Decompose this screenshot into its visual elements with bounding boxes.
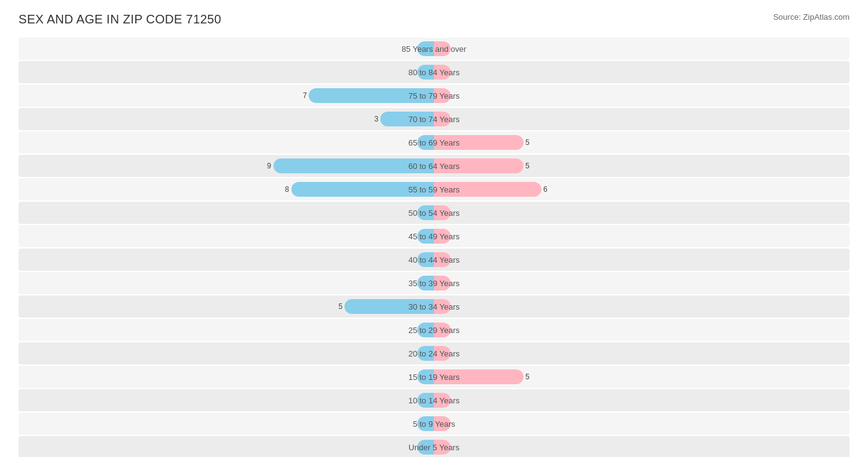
right-section: 0 <box>434 84 849 107</box>
bar-row: 960 to 64 Years5 <box>19 155 849 177</box>
male-bar <box>417 416 434 431</box>
bar-row: 775 to 79 Years0 <box>19 84 849 107</box>
right-section: 0 <box>434 225 849 247</box>
male-bar <box>291 182 435 197</box>
bar-row: 035 to 39 Years0 <box>19 272 849 294</box>
female-value: 6 <box>543 185 548 194</box>
bar-row: 045 to 49 Years0 <box>19 225 849 247</box>
male-bar <box>417 323 434 337</box>
bar-row: 855 to 59 Years6 <box>19 178 849 200</box>
left-section: 0 <box>19 249 434 271</box>
bar-row: 0Under 5 Years0 <box>19 436 849 457</box>
male-bar <box>417 41 434 56</box>
female-value: 5 <box>525 373 530 381</box>
male-bar <box>417 135 434 150</box>
female-bar <box>434 88 451 103</box>
right-section: 0 <box>434 319 849 341</box>
male-value: 7 <box>303 91 307 100</box>
bar-row: 010 to 14 Years0 <box>19 389 849 411</box>
bar-row: 050 to 54 Years0 <box>19 202 849 224</box>
left-section: 8 <box>19 178 434 200</box>
right-section: 5 <box>434 366 849 388</box>
male-bar <box>417 276 434 290</box>
male-bar <box>417 65 434 80</box>
bar-row: 080 to 84 Years0 <box>19 61 849 83</box>
male-bar <box>417 229 434 244</box>
right-section: 0 <box>434 61 849 83</box>
female-bar <box>434 323 451 337</box>
female-bar <box>434 440 451 455</box>
right-section: 0 <box>434 272 849 294</box>
female-bar <box>434 252 451 267</box>
chart-title: SEX AND AGE IN ZIP CODE 71250 <box>19 12 221 27</box>
male-bar <box>380 112 434 126</box>
chart-header: SEX AND AGE IN ZIP CODE 71250 Source: Zi… <box>19 12 849 27</box>
female-bar <box>434 41 451 56</box>
female-value: 5 <box>525 162 530 170</box>
chart-container: 085 Years and over0080 to 84 Years0775 t… <box>19 38 849 457</box>
right-section: 6 <box>434 178 849 200</box>
right-section: 5 <box>434 155 849 177</box>
female-bar <box>434 276 451 290</box>
bar-row: 025 to 29 Years0 <box>19 319 849 341</box>
right-section: 0 <box>434 38 849 60</box>
female-bar <box>434 229 451 244</box>
male-bar <box>344 299 434 314</box>
bar-row: 370 to 74 Years0 <box>19 108 849 130</box>
male-bar <box>417 440 434 455</box>
male-value: 3 <box>374 115 378 123</box>
male-bar <box>417 393 434 408</box>
bar-row: 040 to 44 Years0 <box>19 249 849 271</box>
male-bar <box>417 346 434 361</box>
right-section: 0 <box>434 436 849 457</box>
bar-row: 530 to 34 Years0 <box>19 295 849 318</box>
left-section: 0 <box>19 342 434 364</box>
bar-row: 065 to 69 Years5 <box>19 131 849 154</box>
right-section: 0 <box>434 413 849 435</box>
bar-row: 05 to 9 Years0 <box>19 413 849 435</box>
left-section: 0 <box>19 389 434 411</box>
right-section: 5 <box>434 131 849 154</box>
female-bar <box>434 416 451 431</box>
male-bar <box>417 205 434 220</box>
bars-container: 085 Years and over0080 to 84 Years0775 t… <box>19 38 849 457</box>
left-section: 7 <box>19 84 434 107</box>
left-section: 0 <box>19 272 434 294</box>
female-value: 5 <box>525 138 530 147</box>
right-section: 0 <box>434 389 849 411</box>
left-section: 0 <box>19 61 434 83</box>
left-section: 0 <box>19 436 434 457</box>
female-bar <box>434 393 451 408</box>
female-bar <box>434 205 451 220</box>
male-value: 8 <box>285 185 289 194</box>
female-bar <box>434 135 524 150</box>
left-section: 0 <box>19 202 434 224</box>
bar-row: 085 Years and over0 <box>19 38 849 60</box>
left-section: 0 <box>19 38 434 60</box>
left-section: 0 <box>19 225 434 247</box>
left-section: 0 <box>19 413 434 435</box>
male-bar <box>417 252 434 267</box>
right-section: 0 <box>434 342 849 364</box>
right-section: 0 <box>434 108 849 130</box>
left-section: 0 <box>19 319 434 341</box>
right-section: 0 <box>434 295 849 318</box>
female-bar <box>434 346 451 361</box>
female-bar <box>434 299 451 314</box>
right-section: 0 <box>434 249 849 271</box>
left-section: 0 <box>19 366 434 388</box>
bar-row: 015 to 19 Years5 <box>19 366 849 388</box>
male-bar <box>417 369 434 384</box>
bar-row: 020 to 24 Years0 <box>19 342 849 364</box>
left-section: 3 <box>19 108 434 130</box>
male-value: 9 <box>267 162 272 170</box>
male-value: 5 <box>338 302 343 311</box>
male-bar <box>309 88 434 103</box>
female-bar <box>434 159 524 173</box>
left-section: 5 <box>19 295 434 318</box>
female-bar <box>434 65 451 80</box>
source-label: Source: ZipAtlas.com <box>773 12 849 22</box>
left-section: 0 <box>19 131 434 154</box>
female-bar <box>434 369 524 384</box>
left-section: 9 <box>19 155 434 177</box>
